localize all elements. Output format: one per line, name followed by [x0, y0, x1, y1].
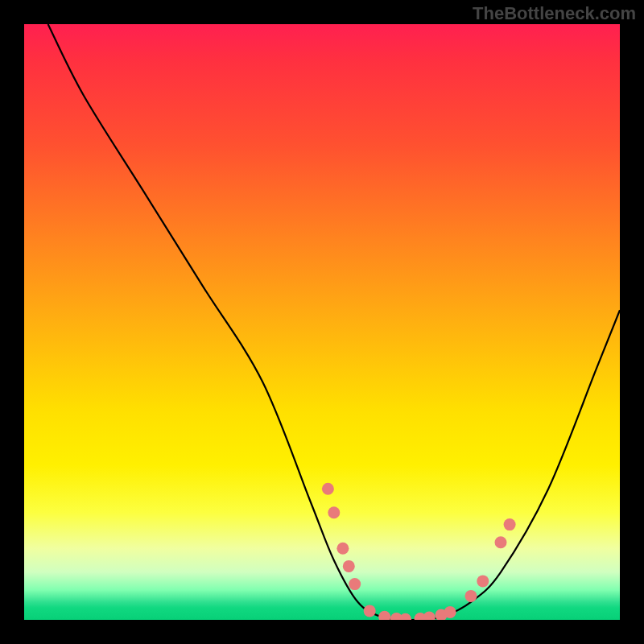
data-marker: [495, 536, 507, 548]
data-marker: [504, 518, 516, 530]
data-marker: [364, 605, 376, 617]
data-marker: [378, 611, 390, 620]
data-marker: [399, 613, 411, 620]
data-marker: [336, 543, 349, 555]
data-marker: [423, 612, 436, 620]
chart-svg: [24, 24, 620, 620]
attribution-text: TheBottleneck.com: [473, 3, 636, 24]
data-marker: [444, 606, 456, 618]
data-marker: [477, 575, 489, 587]
marker-group: [322, 483, 516, 620]
data-marker: [465, 590, 477, 602]
bottleneck-curve: [48, 24, 620, 620]
data-marker: [349, 578, 361, 590]
data-marker: [343, 560, 355, 572]
plot-area: [24, 24, 620, 620]
data-marker: [322, 483, 334, 495]
data-marker: [328, 506, 340, 518]
